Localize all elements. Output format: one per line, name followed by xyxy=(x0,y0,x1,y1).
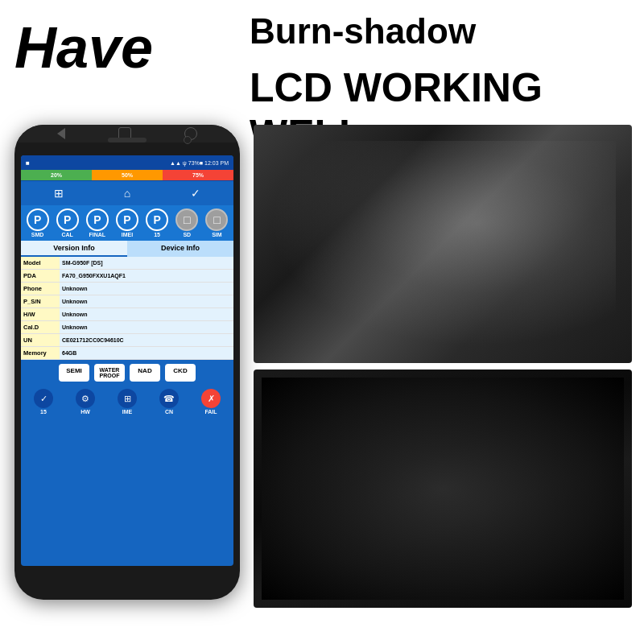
table-row: P_S/N Unknown xyxy=(21,295,233,308)
row-model-key: Model xyxy=(21,257,60,269)
waterproof-button[interactable]: WATERPROOF xyxy=(94,364,125,382)
p-15-button[interactable]: P 15 xyxy=(146,208,168,237)
footer-hw-icon: ⚙ xyxy=(76,389,95,408)
row-hw-val: Unknown xyxy=(60,308,233,320)
row-cald-val: Unknown xyxy=(60,321,233,333)
table-row: PDA FA70_G950FXXU1AQF1 xyxy=(21,270,233,283)
p-buttons-row: P SMD P CAL P FINAL P IMEI P 15 xyxy=(21,205,233,241)
p-imei-button[interactable]: P IMEI xyxy=(116,208,138,237)
burn-bottom-effect xyxy=(262,378,624,600)
phone-screen: ■ ▲▲ ψ 73%■ 12:03 PM 20% 50% 75% ⊞ ⌂ ✓ xyxy=(21,155,233,566)
row-pda-val: FA70_G950FXXU1AQF1 xyxy=(60,270,233,282)
tab-device-info[interactable]: Device Info xyxy=(127,241,233,257)
p-smd-button[interactable]: P SMD xyxy=(27,208,49,237)
settings-icon[interactable]: ✓ xyxy=(184,183,207,204)
battery-seg-1: 20% xyxy=(21,170,92,180)
phone-camera xyxy=(184,136,192,144)
row-phone-key: Phone xyxy=(21,283,60,295)
phone-body: ■ ▲▲ ψ 73%■ 12:03 PM 20% 50% 75% ⊞ ⌂ ✓ xyxy=(14,125,240,600)
footer-fail-icon: ✗ xyxy=(201,389,221,408)
footer-cn[interactable]: ☎ CN xyxy=(159,389,179,415)
p-imei-label: IMEI xyxy=(122,232,133,237)
battery-bar: 20% 50% 75% xyxy=(21,170,233,181)
p-sim-label: SIM xyxy=(212,232,221,237)
have-heading: Have xyxy=(14,14,153,80)
phone-mockup: ■ ▲▲ ψ 73%■ 12:03 PM 20% 50% 75% ⊞ ⌂ ✓ xyxy=(14,125,240,608)
footer-15-label: 15 xyxy=(40,409,47,415)
p-smd-label: SMD xyxy=(31,232,44,237)
row-model-val: SM-G950F [DS] xyxy=(60,257,233,269)
right-panel xyxy=(254,125,632,608)
battery-seg-2: 50% xyxy=(92,170,163,180)
row-hw-key: H/W xyxy=(21,308,60,320)
footer-cn-label: CN xyxy=(165,409,173,415)
footer-cn-icon: ☎ xyxy=(159,389,179,408)
time-display: 12:03 PM xyxy=(204,160,229,166)
tab-version-info[interactable]: Version Info xyxy=(21,241,127,257)
home-icon[interactable]: ⌂ xyxy=(116,183,138,204)
table-row: H/W Unknown xyxy=(21,308,233,321)
p-sim-button[interactable]: □ SIM xyxy=(205,208,228,237)
row-un-key: UN xyxy=(21,334,60,346)
footer-hw-label: HW xyxy=(80,409,90,415)
footer-15-icon: ✓ xyxy=(34,389,53,408)
p-final-label: FINAL xyxy=(89,232,106,237)
status-right: ▲▲ ψ 73%■ 12:03 PM xyxy=(170,160,229,166)
signal-indicator: ▲▲ ψ 73%■ xyxy=(170,160,203,166)
footer-15[interactable]: ✓ 15 xyxy=(34,389,53,415)
top-nav-icons: ⊞ ⌂ ✓ xyxy=(21,181,233,205)
footer-ime[interactable]: ⊞ IME xyxy=(118,389,137,415)
ckd-button[interactable]: CKD xyxy=(165,364,196,382)
p-cal-label: CAL xyxy=(62,232,73,237)
table-row: Model SM-G950F [DS] xyxy=(21,257,233,270)
p-smd-circle: P xyxy=(27,208,49,231)
lcd-bottom-image xyxy=(254,369,632,608)
p-15-label: 15 xyxy=(154,232,160,237)
back-button[interactable] xyxy=(57,128,65,139)
apps-icon[interactable]: ⊞ xyxy=(47,183,70,204)
row-memory-key: Memory xyxy=(21,347,60,359)
semi-button[interactable]: SEMI xyxy=(59,364,89,382)
burn-shadow-heading: Burn-shadow xyxy=(250,11,476,52)
table-row: UN CE021712CC0C94610C xyxy=(21,334,233,347)
bottom-buttons: SEMI WATERPROOF NAD CKD xyxy=(21,360,233,386)
row-pda-key: PDA xyxy=(21,270,60,282)
p-final-circle: P xyxy=(86,208,109,231)
phone-speaker xyxy=(108,138,147,142)
footer-ime-icon: ⊞ xyxy=(118,389,137,408)
p-cal-circle: P xyxy=(56,208,79,231)
version-table: Model SM-G950F [DS] PDA FA70_G950FXXU1AQ… xyxy=(21,257,233,360)
p-final-button[interactable]: P FINAL xyxy=(86,208,109,237)
table-row: Cal.D Unknown xyxy=(21,321,233,334)
row-psn-key: P_S/N xyxy=(21,295,60,308)
status-bar: ■ ▲▲ ψ 73%■ 12:03 PM xyxy=(21,155,233,170)
table-row: Memory 64GB xyxy=(21,347,233,360)
burn-top-effect xyxy=(270,141,616,347)
table-row: Phone Unknown xyxy=(21,283,233,295)
lcd-top-image xyxy=(254,125,632,363)
p-sim-circle: □ xyxy=(205,208,228,231)
footer-fail[interactable]: ✗ FAIL xyxy=(201,389,221,415)
footer-nav: ✓ 15 ⚙ HW ⊞ IME ☎ CN ✗ FAIL xyxy=(21,386,233,418)
row-cald-key: Cal.D xyxy=(21,321,60,333)
p-sd-button[interactable]: □ SD xyxy=(175,208,198,237)
row-phone-val: Unknown xyxy=(60,283,233,295)
nad-button[interactable]: NAD xyxy=(130,364,160,382)
p-imei-circle: P xyxy=(116,208,138,231)
footer-fail-label: FAIL xyxy=(204,409,217,415)
row-memory-val: 64GB xyxy=(60,347,233,359)
p-sd-label: SD xyxy=(183,232,191,237)
row-un-val: CE021712CC0C94610C xyxy=(60,334,233,346)
notification-icon: ■ xyxy=(26,159,30,167)
p-sd-circle: □ xyxy=(175,208,198,231)
battery-seg-3: 75% xyxy=(163,170,233,180)
footer-hw[interactable]: ⚙ HW xyxy=(76,389,95,415)
p-15-circle: P xyxy=(146,208,168,231)
p-cal-button[interactable]: P CAL xyxy=(56,208,79,237)
row-psn-val: Unknown xyxy=(60,295,233,308)
info-tabs: Version Info Device Info xyxy=(21,241,233,257)
footer-ime-label: IME xyxy=(122,409,132,415)
status-left: ■ xyxy=(26,159,30,167)
